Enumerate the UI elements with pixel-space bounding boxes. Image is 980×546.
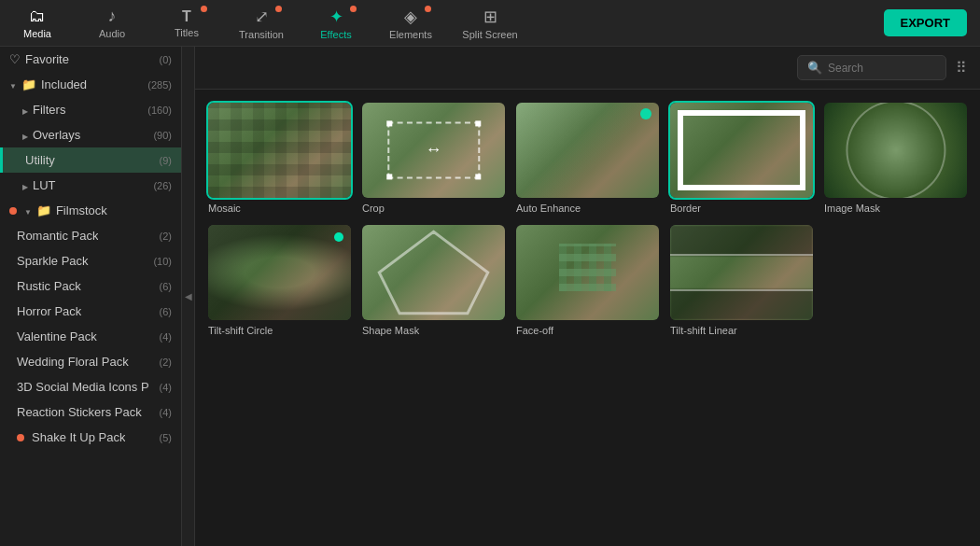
sidebar-item-horror[interactable]: Horror Pack (6) (0, 299, 181, 324)
toolbar-elements[interactable]: ◈ Elements (373, 0, 448, 47)
effect-card-crop[interactable]: ↔ Crop (362, 103, 505, 214)
crop-dashes: ↔ (387, 121, 480, 178)
sidebar-utility-label: Utility (25, 153, 55, 167)
sidebar-item-wedding[interactable]: Wedding Floral Pack (2) (0, 349, 181, 374)
sidebar-item-reaction[interactable]: Reaction Stickers Pack (4) (0, 399, 181, 425)
crop-corner-tl (386, 120, 392, 126)
effect-label-shape-mask: Shape Mask (362, 325, 505, 336)
sidebar-overlays-label: Overlays (33, 128, 80, 142)
effect-card-auto-enhance[interactable]: Auto Enhance (516, 103, 659, 214)
effect-label-auto-enhance: Auto Enhance (516, 203, 659, 214)
sidebar-item-rustic[interactable]: Rustic Pack (6) (0, 273, 181, 299)
effect-card-mosaic[interactable]: Mosaic (208, 103, 351, 214)
effect-thumb-tilt-circle (208, 225, 351, 320)
effect-card-faceoff[interactable]: Face-off (516, 225, 659, 336)
effect-label-mosaic: Mosaic (208, 203, 351, 214)
circle-mask (846, 103, 945, 198)
crop-corner-tr (475, 120, 481, 126)
tilt-linear-line-top (670, 254, 813, 256)
sidebar-shakeit-label: Shake It Up Pack (32, 430, 125, 444)
sidebar-item-utility[interactable]: Utility (9) (0, 147, 181, 173)
sidebar-collapse-handle[interactable]: ◀ (182, 47, 195, 546)
sidebar-reaction-count: (4) (160, 407, 172, 418)
effect-label-tilt-circle: Tilt-shift Circle (208, 325, 351, 336)
sidebar-item-favorite[interactable]: ♡ Favorite (0) (0, 47, 181, 72)
sidebar-lut-label: LUT (33, 178, 56, 192)
export-button[interactable]: EXPORT (884, 9, 967, 36)
splitscreen-icon: ⊞ (483, 7, 497, 27)
effect-card-border[interactable]: Border (670, 103, 813, 214)
sidebar-item-filters[interactable]: Filters (160) (0, 97, 181, 122)
sidebar-item-valentine[interactable]: Valentine Pack (4) (0, 324, 181, 349)
elements-icon: ◈ (404, 7, 417, 27)
heart-icon: ♡ (9, 52, 21, 66)
effect-thumb-crop: ↔ (362, 103, 505, 198)
sidebar-valentine-count: (4) (160, 331, 172, 343)
collapse-icon: ◀ (185, 291, 192, 301)
included-folder-icon: 📁 (21, 77, 36, 91)
sidebar-lut-count: (26) (153, 180, 172, 191)
effect-card-image-mask[interactable]: Image Mask (824, 103, 967, 214)
effect-thumb-tilt-linear (670, 225, 813, 320)
sidebar: ♡ Favorite (0) 📁 Included (285) Filters … (0, 47, 182, 546)
effect-thumb-shape-mask (362, 225, 505, 320)
filmstock-dot (9, 207, 17, 215)
content-area: 🔍 ⠿ Mosaic (195, 47, 980, 546)
sidebar-item-lut[interactable]: LUT (26) (0, 173, 181, 198)
sidebar-item-filmstock[interactable]: 📁 Filmstock (0, 198, 181, 223)
crop-arrow-icon: ↔ (426, 141, 442, 161)
sidebar-sparkle-label: Sparkle Pack (17, 254, 89, 268)
effect-card-tilt-circle[interactable]: Tilt-shift Circle (208, 225, 351, 336)
sidebar-shakeit-count: (5) (160, 432, 172, 443)
sidebar-item-sparkle[interactable]: Sparkle Pack (10) (0, 248, 181, 273)
effect-card-shape-mask[interactable]: Shape Mask (362, 225, 505, 336)
elements-dot (425, 6, 431, 12)
toolbar-splitscreen[interactable]: ⊞ Split Screen (448, 0, 532, 47)
effect-card-tilt-linear[interactable]: Tilt-shift Linear (670, 225, 813, 336)
auto-enhance-dot (640, 108, 651, 119)
shakeit-dot (17, 434, 24, 441)
toolbar-effects[interactable]: ✦ Effects (299, 0, 373, 47)
faceoff-pixel (559, 244, 616, 291)
sidebar-wedding-label: Wedding Floral Pack (17, 355, 129, 369)
toolbar-transition-label: Transition (239, 29, 284, 40)
grid-view-icon[interactable]: ⠿ (956, 59, 967, 77)
sidebar-sparkle-count: (10) (153, 256, 172, 267)
sidebar-favorite-label: Favorite (25, 52, 69, 66)
sidebar-item-social[interactable]: 3D Social Media Icons P (4) (0, 374, 181, 399)
effects-dot (350, 6, 357, 12)
sidebar-utility-count: (9) (160, 155, 172, 166)
toolbar-transition[interactable]: ⤢ Transition (224, 0, 299, 47)
sidebar-item-shakeit[interactable]: Shake It Up Pack (5) (0, 425, 181, 450)
sidebar-filters-count: (160) (147, 105, 172, 116)
lut-arrow-icon (22, 178, 28, 192)
toolbar-effects-label: Effects (320, 29, 351, 40)
main-area: ♡ Favorite (0) 📁 Included (285) Filters … (0, 47, 980, 546)
toolbar-media[interactable]: 🗂 Media (0, 0, 75, 47)
toolbar-audio[interactable]: ♪ Audio (75, 0, 149, 47)
effect-label-crop: Crop (362, 203, 505, 214)
sidebar-item-romantic[interactable]: Romantic Pack (2) (0, 223, 181, 248)
sidebar-rustic-count: (6) (160, 281, 172, 292)
toolbar: 🗂 Media ♪ Audio T Titles ⤢ Transition ✦ … (0, 0, 980, 47)
sidebar-social-label: 3D Social Media Icons P (17, 380, 149, 394)
effect-thumb-auto (516, 103, 659, 198)
sidebar-item-overlays[interactable]: Overlays (90) (0, 122, 181, 147)
search-input[interactable] (828, 62, 936, 75)
sidebar-romantic-count: (2) (160, 231, 172, 242)
toolbar-titles[interactable]: T Titles (149, 0, 224, 47)
tilt-circle-dot (334, 232, 343, 242)
sidebar-included-label: Included (41, 77, 87, 91)
sidebar-social-count: (4) (160, 382, 172, 393)
sidebar-included-count: (285) (147, 79, 172, 91)
sidebar-item-included[interactable]: 📁 Included (285) (0, 72, 181, 97)
toolbar-titles-label: Titles (175, 27, 199, 38)
search-box[interactable]: 🔍 (797, 55, 946, 80)
toolbar-splitscreen-label: Split Screen (462, 29, 517, 40)
sidebar-horror-label: Horror Pack (17, 304, 81, 318)
overlays-arrow-icon (22, 128, 28, 142)
content-header: 🔍 ⠿ (195, 47, 980, 90)
sidebar-overlays-count: (90) (153, 130, 172, 141)
tilt-linear-line-bottom (670, 289, 813, 291)
effect-label-tilt-linear: Tilt-shift Linear (670, 325, 813, 336)
